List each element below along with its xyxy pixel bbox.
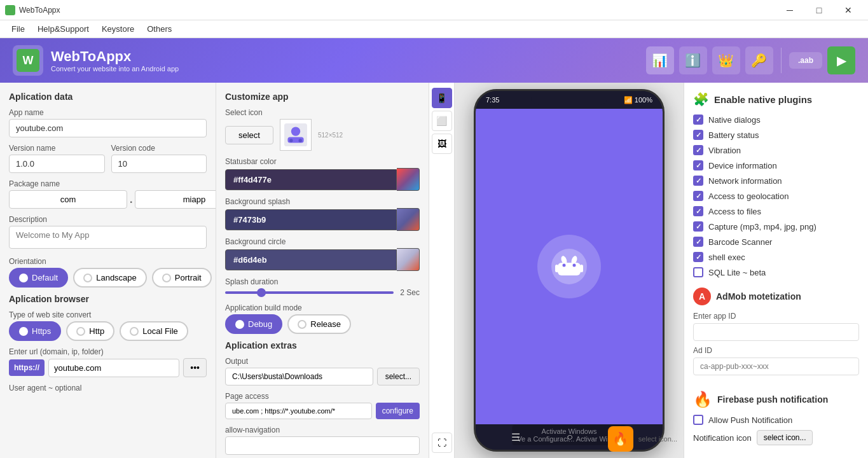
bg-splash-color-input[interactable] <box>225 209 397 230</box>
icon-size-label: 512×512 <box>318 132 343 139</box>
build-debug[interactable]: Debug <box>225 314 282 334</box>
notification-icon-row: Notification icon select icon... <box>693 430 859 445</box>
bg-circle-color-circle[interactable] <box>397 248 420 271</box>
icon-select-button[interactable]: select <box>225 126 273 144</box>
header-actions: 📊 ℹ️ 👑 🔑 .aab ▶ <box>646 46 855 74</box>
bg-circle-row: Background circle <box>225 237 420 271</box>
radio-https-circle <box>19 327 28 336</box>
side-btn-4[interactable]: ⛶ <box>432 433 452 453</box>
bg-circle-color-input[interactable] <box>225 249 397 270</box>
package-part2[interactable] <box>135 190 216 209</box>
orientation-portrait[interactable]: Portrait <box>152 268 212 288</box>
page-access-input[interactable] <box>225 403 372 419</box>
checkbox-barcode[interactable]: ✓ <box>693 237 703 247</box>
title-bar-left: WebToAppx <box>5 5 60 15</box>
side-btn-3[interactable]: 🖼 <box>432 134 452 154</box>
output-path-input[interactable] <box>225 368 373 385</box>
checkbox-files[interactable]: ✓ <box>693 206 703 216</box>
app-data-title: Aplication data <box>9 92 207 102</box>
middle-panel: Customize app Select icon select <box>216 83 455 458</box>
statusbar-color-row <box>225 168 420 191</box>
build-release[interactable]: Release <box>287 314 351 334</box>
admob-ad-id-input[interactable] <box>693 357 859 375</box>
notification-icon-label: Notification icon <box>693 433 752 443</box>
header-key-button[interactable]: 🔑 <box>745 46 773 74</box>
side-toolbar: 📱 ⬜ 🖼 ⛶ <box>429 83 454 458</box>
close-button[interactable]: ✕ <box>834 0 863 20</box>
android-logo <box>537 235 601 298</box>
menu-others[interactable]: Others <box>141 22 178 36</box>
radio-http-circle <box>76 327 85 336</box>
web-http[interactable]: Http <box>66 321 114 341</box>
bg-splash-color-circle[interactable] <box>397 208 420 231</box>
checkbox-shell[interactable]: ✓ <box>693 252 703 262</box>
checkbox-sqlite[interactable] <box>693 267 703 277</box>
bg-splash-row: Background splash <box>225 197 420 231</box>
plugin-barcode: ✓ Barcode Scanner <box>693 237 859 247</box>
menu-keystore[interactable]: Keystore <box>95 22 141 36</box>
phone-mockup: 7:35 📶 100% <box>474 89 665 452</box>
svg-point-3 <box>289 139 293 142</box>
statusbar-color-circle[interactable] <box>397 168 420 191</box>
header-play-button[interactable]: ▶ <box>827 46 855 74</box>
checkbox-push[interactable] <box>693 415 703 425</box>
version-row: Version name Version code <box>9 144 207 173</box>
plugin-capture: ✓ Capture (mp3, mp4, jpg, png) <box>693 221 859 232</box>
checkbox-network-info[interactable]: ✓ <box>693 176 703 186</box>
checkbox-vibration[interactable]: ✓ <box>693 145 703 155</box>
checkbox-capture[interactable]: ✓ <box>693 221 703 232</box>
side-btn-1[interactable]: 📱 <box>432 88 452 108</box>
checkbox-device-info[interactable]: ✓ <box>693 160 703 170</box>
package-dot-1: . <box>130 194 132 205</box>
notification-icon-hint: select icon... <box>638 435 677 443</box>
splash-duration-slider[interactable] <box>225 291 394 294</box>
radio-debug-circle <box>235 320 244 329</box>
notification-icon-preview[interactable]: 🔥 <box>608 426 633 452</box>
output-select-button[interactable]: select... <box>377 368 420 385</box>
version-code-group: Version code <box>111 144 207 173</box>
side-btn-2[interactable]: ⬜ <box>432 111 452 131</box>
version-name-input[interactable] <box>9 155 105 173</box>
firebase-icon: 🔥 <box>693 391 712 408</box>
header-stats-button[interactable]: 📊 <box>646 46 674 74</box>
admob-app-id-input[interactable] <box>693 323 859 341</box>
allow-nav-input[interactable] <box>225 436 420 455</box>
orientation-default[interactable]: Default <box>9 268 68 288</box>
notification-icon-button[interactable]: select icon... <box>757 430 813 445</box>
splash-content <box>537 235 601 298</box>
checkbox-geolocation[interactable]: ✓ <box>693 191 703 201</box>
version-name-label: Version name <box>9 144 105 153</box>
plugin-native-dialogs-label: Native dialogs <box>708 115 761 125</box>
phone-time: 7:35 <box>486 96 499 104</box>
plugin-network-info: ✓ Network information <box>693 176 859 186</box>
web-local[interactable]: Local File <box>120 321 188 341</box>
icon-preview <box>280 119 312 151</box>
web-https[interactable]: Https <box>9 321 61 341</box>
plugin-device-info: ✓ Device information <box>693 160 859 170</box>
admob-icon: A <box>693 288 711 305</box>
plugin-files: ✓ Access to files <box>693 206 859 216</box>
statusbar-color-input[interactable] <box>225 169 397 190</box>
minimize-button[interactable]: ─ <box>775 0 804 20</box>
version-code-input[interactable] <box>111 155 207 173</box>
checkbox-native-dialogs[interactable]: ✓ <box>693 114 703 125</box>
radio-local-circle <box>130 327 139 336</box>
menu-help[interactable]: Help&Support <box>31 22 95 36</box>
header-aab-button[interactable]: .aab <box>789 52 822 69</box>
url-input[interactable] <box>48 359 179 377</box>
orientation-landscape[interactable]: Landscape <box>73 268 147 288</box>
app-name-input[interactable] <box>9 119 207 137</box>
maximize-button[interactable]: □ <box>804 0 834 20</box>
customize-title: Customize app <box>225 92 420 102</box>
slider-row: 2 Sec <box>225 288 420 297</box>
header-info-button[interactable]: ℹ️ <box>679 46 707 74</box>
puzzle-icon: 🧩 <box>693 92 709 107</box>
plugin-native-dialogs: ✓ Native dialogs <box>693 114 859 125</box>
header-crown-button[interactable]: 👑 <box>712 46 740 74</box>
configure-button[interactable]: configure <box>376 403 420 419</box>
menu-file[interactable]: File <box>5 22 31 36</box>
description-input[interactable] <box>9 226 207 249</box>
checkbox-battery[interactable]: ✓ <box>693 130 703 140</box>
package-part1[interactable] <box>9 190 127 209</box>
url-extra-btn[interactable]: ••• <box>183 358 207 377</box>
